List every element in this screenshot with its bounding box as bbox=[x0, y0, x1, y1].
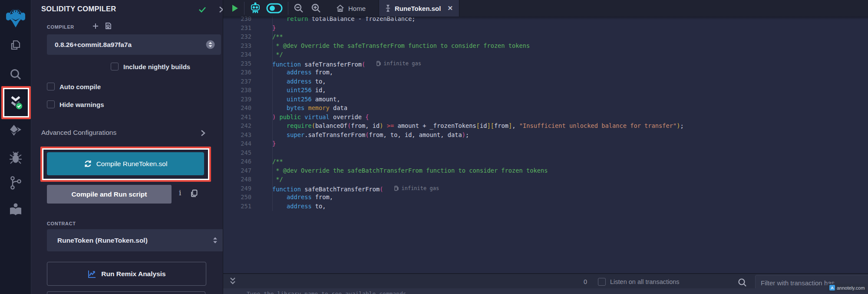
compile-button[interactable]: Compile RuneToken.sol bbox=[47, 152, 204, 175]
line-number[interactable]: 238 bbox=[223, 86, 251, 95]
nightly-builds-row: Include nightly builds bbox=[111, 63, 190, 70]
line-number[interactable]: 239 bbox=[223, 95, 251, 104]
line-number[interactable]: 235 bbox=[223, 59, 251, 68]
line-number[interactable]: 231 bbox=[223, 23, 251, 33]
solidity-compiler-icon bbox=[8, 94, 23, 111]
auto-compile-label: Auto compile bbox=[59, 83, 101, 90]
compiler-version-select[interactable]: 0.8.26+commit.8a97fa7a bbox=[47, 34, 221, 55]
tab-home[interactable]: Home bbox=[330, 0, 372, 17]
code-line[interactable]: * @dev Override the safeTransferFrom fun… bbox=[258, 41, 868, 50]
code-token bbox=[258, 114, 272, 120]
auto-compile-checkbox[interactable] bbox=[47, 83, 55, 90]
code-token: amount + _frozenTokens bbox=[394, 122, 476, 129]
code-token: address bbox=[287, 69, 312, 76]
code-line[interactable]: bytes memory data bbox=[258, 104, 868, 113]
code-token: balanceOf bbox=[315, 122, 347, 129]
version-select-caret-icon bbox=[206, 40, 215, 49]
code-line[interactable]: address from, bbox=[258, 68, 868, 77]
code-token: uint256 bbox=[287, 96, 312, 103]
line-number[interactable]: 246 bbox=[223, 157, 251, 166]
line-number[interactable]: 236 bbox=[223, 68, 251, 77]
code-line[interactable]: require(balanceOf(from, id) >= amount + … bbox=[258, 121, 868, 130]
line-number[interactable]: 233 bbox=[223, 41, 251, 50]
compile-and-run-button[interactable]: Compile and Run script bbox=[47, 185, 172, 204]
tab-runetoken[interactable]: RuneToken.sol ✕ bbox=[379, 0, 459, 17]
code-line[interactable]: return totalBalance - frozenBalance; bbox=[258, 17, 868, 23]
line-number[interactable]: 247 bbox=[223, 166, 251, 175]
sidebar-item-git[interactable] bbox=[0, 175, 31, 191]
code-line[interactable]: */ bbox=[258, 50, 868, 59]
sidebar-item-learneth[interactable] bbox=[0, 201, 31, 218]
sidebar-item-deploy-run[interactable] bbox=[0, 123, 31, 138]
line-number[interactable]: 242 bbox=[223, 121, 251, 130]
listen-transactions-label: Listen on all transactions bbox=[610, 278, 680, 285]
code-line[interactable] bbox=[258, 148, 868, 157]
line-number[interactable]: 241 bbox=[223, 113, 251, 122]
code-area[interactable]: 2302312322332342352362372382392402412422… bbox=[223, 17, 868, 273]
code-line[interactable]: } bbox=[258, 23, 868, 33]
code-line[interactable]: address from, bbox=[258, 193, 868, 202]
terminal-hint: Type the library name to see available c… bbox=[247, 291, 868, 294]
copilot-toggle-icon[interactable] bbox=[266, 3, 283, 13]
run-analysis-button[interactable]: Run Remix Analysis bbox=[47, 262, 206, 286]
code-line[interactable]: address to, bbox=[258, 77, 868, 86]
next-button-partial[interactable] bbox=[47, 291, 205, 294]
run-script-play-icon[interactable] bbox=[231, 4, 239, 13]
code-line[interactable]: uint256 id, bbox=[258, 86, 868, 95]
editor: Home RuneToken.sol ✕ 2302312322332342352… bbox=[223, 0, 868, 273]
code-token: totalBalance - frozenBalance; bbox=[308, 17, 415, 22]
sidebar-item-debugger[interactable] bbox=[0, 150, 31, 166]
remix-logo[interactable] bbox=[0, 6, 31, 29]
code-line[interactable]: function safeBatchTransferFrom(infinite … bbox=[258, 184, 868, 193]
line-number[interactable]: 230 bbox=[223, 17, 251, 23]
code-line[interactable]: */ bbox=[258, 175, 868, 184]
code-line[interactable]: /** bbox=[258, 157, 868, 166]
line-number[interactable]: 251 bbox=[223, 202, 251, 211]
nightly-builds-checkbox[interactable] bbox=[111, 63, 119, 70]
line-number[interactable]: 234 bbox=[223, 50, 251, 59]
compiler-license-icon[interactable] bbox=[104, 22, 112, 30]
line-number[interactable]: 240 bbox=[223, 104, 251, 113]
code-line[interactable]: } bbox=[258, 139, 868, 148]
line-number[interactable]: 250 bbox=[223, 193, 251, 202]
line-number[interactable]: 249 bbox=[223, 184, 251, 193]
line-number[interactable]: 232 bbox=[223, 32, 251, 41]
code-line[interactable]: super.safeTransferFrom(from, to, id, amo… bbox=[258, 130, 868, 140]
advanced-chevron-icon[interactable] bbox=[200, 129, 206, 137]
line-number[interactable]: 248 bbox=[223, 175, 251, 184]
deploy-run-icon bbox=[8, 124, 23, 137]
copy-icon[interactable] bbox=[190, 189, 198, 197]
compiler-version-value: 0.8.26+commit.8a97fa7a bbox=[55, 41, 132, 49]
code-line[interactable]: ) public virtual override { bbox=[258, 113, 868, 122]
code-line[interactable]: uint256 amount, bbox=[258, 95, 868, 104]
terminal-collapse-icon[interactable] bbox=[228, 277, 237, 286]
code-line[interactable]: address to, bbox=[258, 202, 868, 211]
advanced-configurations[interactable]: Advanced Configurations bbox=[41, 129, 116, 137]
add-compiler-icon[interactable] bbox=[92, 23, 99, 30]
ai-copilot-robot-icon[interactable] bbox=[250, 2, 261, 14]
zoom-in-icon[interactable] bbox=[311, 3, 321, 13]
sidebar-item-solidity-compiler[interactable] bbox=[0, 92, 31, 112]
info-icon[interactable]: i bbox=[179, 188, 181, 197]
icon-sidebar bbox=[0, 0, 31, 294]
tab-close-icon[interactable]: ✕ bbox=[447, 4, 453, 12]
gas-pump-icon bbox=[394, 185, 399, 191]
code-line[interactable]: function safeTransferFrom(infinite gas bbox=[258, 59, 868, 68]
sidebar-item-file-explorer[interactable] bbox=[0, 38, 31, 54]
code-token bbox=[258, 60, 272, 67]
hide-warnings-label: Hide warnings bbox=[59, 101, 104, 108]
line-number[interactable]: 245 bbox=[223, 148, 251, 157]
terminal-search-icon[interactable] bbox=[738, 278, 747, 287]
listen-transactions-checkbox[interactable] bbox=[598, 278, 606, 286]
line-number[interactable]: 244 bbox=[223, 139, 251, 148]
line-number[interactable]: 243 bbox=[223, 130, 251, 140]
code-token: * @dev Override the safeTransferFrom fun… bbox=[276, 42, 530, 49]
line-number[interactable]: 237 bbox=[223, 77, 251, 86]
contract-select[interactable]: RuneToken (RuneToken.sol) bbox=[47, 229, 226, 251]
code-line[interactable]: /** bbox=[258, 32, 868, 41]
code-line[interactable]: * @dev Override the safeBatchTransferFro… bbox=[258, 166, 868, 175]
zoom-out-icon[interactable] bbox=[294, 3, 304, 13]
hide-warnings-checkbox[interactable] bbox=[47, 100, 55, 108]
transaction-count-badge: 0 bbox=[584, 278, 587, 285]
sidebar-item-search[interactable] bbox=[0, 66, 31, 84]
